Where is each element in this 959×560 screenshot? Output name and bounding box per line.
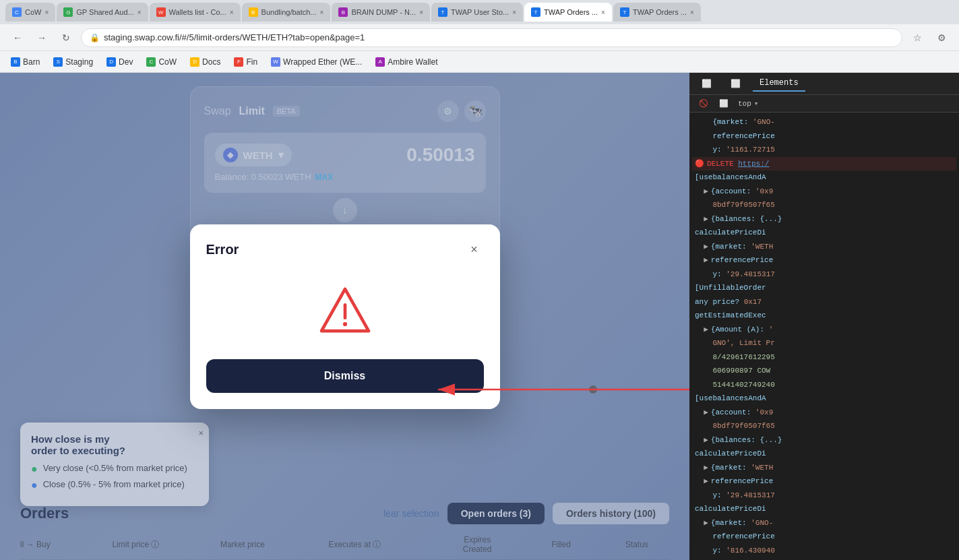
address-bar[interactable]: 🔒 staging.swap.cow.fi/#/5/limit-orders/W… — [81, 28, 902, 47]
tab-close-2[interactable]: × — [137, 9, 142, 16]
bookmark-label-dev: Dev — [119, 57, 133, 67]
modal-overlay: Error × Dismiss — [0, 73, 689, 560]
tab-label-7: TWAP Orders ... — [544, 8, 598, 16]
log-line-33: [useGetReceipt] — [692, 557, 956, 560]
modal-body — [206, 273, 484, 354]
modal-close-button[interactable]: × — [465, 241, 484, 259]
log-line-29: calculatePriceDi — [692, 502, 956, 516]
log-line-1: {market: 'GNO- — [692, 115, 956, 129]
tab-favicon-1: C — [12, 7, 22, 17]
devtools-filter-btn[interactable]: ⬜ — [715, 98, 733, 109]
devtools-tab-label[interactable]: Elements — [753, 75, 805, 92]
log-line-25: calculatePriceDi — [692, 447, 956, 461]
dismiss-button[interactable]: Dismiss — [206, 359, 484, 393]
bookmark-cow[interactable]: C CoW — [141, 56, 182, 68]
tab-2[interactable]: G GP Shared Aud... × — [57, 3, 148, 22]
tab-favicon-3: W — [156, 7, 166, 17]
bookmark-label-docs: Docs — [202, 57, 220, 67]
tab-favicon-5: B — [338, 7, 348, 17]
tab-7[interactable]: T TWAP Orders ... × — [524, 3, 612, 22]
bookmark-button[interactable]: ☆ — [908, 28, 927, 47]
tab-label-4: Bundling/batch... — [261, 8, 317, 16]
warning-triangle-icon — [318, 286, 372, 334]
bookmark-ambire[interactable]: A Ambire Wallet — [370, 56, 443, 68]
bookmark-barn[interactable]: B Barn — [5, 56, 45, 68]
bookmark-fin[interactable]: F Fin — [228, 56, 263, 68]
extensions-button[interactable]: ⚙ — [932, 28, 951, 47]
log-line-31: referencePrice — [692, 530, 956, 544]
main-content: Swap Limit BETA ⚙ 🐄 ◈ WETH ▾ 0.50 — [0, 73, 959, 560]
devtools-header: ⬜ ⬜ Elements — [689, 73, 959, 95]
log-line-2: referencePrice — [692, 129, 956, 144]
bookmark-weth[interactable]: W Wrapped Ether (WE... — [266, 56, 367, 68]
log-line-8: ▶{balances: {...} — [692, 212, 956, 226]
bookmark-favicon-barn: B — [11, 57, 20, 67]
log-line-19: 606990897 COW — [692, 364, 956, 378]
tab-6[interactable]: T TWAP User Sto... × — [431, 3, 523, 22]
devtools-clear-btn[interactable]: 🚫 — [695, 98, 712, 109]
tab-bar: C CoW × G GP Shared Aud... × W Wallets l… — [0, 0, 959, 24]
log-line-6: ▶{account: '0x9 — [692, 185, 956, 199]
tab-favicon-7: T — [531, 7, 540, 17]
log-line-32: y: '816.430940 — [692, 544, 956, 558]
bookmark-staging[interactable]: S Staging — [48, 56, 98, 68]
bookmarks-bar: B Barn S Staging D Dev C CoW D Docs F Fi… — [0, 51, 959, 73]
tab-close-7[interactable]: × — [601, 9, 605, 16]
bookmark-favicon-weth: W — [271, 57, 280, 67]
tab-3[interactable]: W Wallets list - Co... × — [150, 3, 241, 22]
tab-favicon-4: B — [249, 7, 258, 17]
reload-button[interactable]: ↻ — [57, 28, 75, 47]
bookmark-favicon-staging: S — [53, 57, 63, 67]
tab-close-6[interactable]: × — [512, 9, 516, 16]
log-line-21: [usebalancesAndA — [692, 392, 956, 406]
back-button[interactable]: ← — [8, 28, 27, 47]
tab-8[interactable]: T TWAP Orders ... × — [613, 3, 701, 22]
log-line-11: ▶referencePrice — [692, 253, 956, 268]
devtools-tab-elements[interactable]: ⬜ — [695, 76, 718, 92]
tab-favicon-2: G — [63, 7, 73, 17]
devtools-toolbar: 🚫 ⬜ top ▾ — [689, 95, 959, 113]
error-modal: Error × Dismiss — [190, 224, 500, 409]
svg-point-2 — [342, 321, 346, 325]
tab-1[interactable]: C CoW × — [5, 3, 55, 22]
tab-label-3: Wallets list - Co... — [169, 8, 226, 16]
log-line-9: calculatePriceDi — [692, 226, 956, 240]
log-line-15: getEstimatedExec — [692, 309, 956, 323]
tab-close-4[interactable]: × — [320, 9, 324, 16]
tab-label-8: TWAP Orders ... — [633, 8, 687, 16]
bookmark-label-barn: Barn — [23, 57, 40, 67]
log-line-3: y: '1161.72715 — [692, 143, 956, 157]
log-line-14: any price? 0x17 — [692, 295, 956, 309]
forward-button[interactable]: → — [32, 28, 51, 47]
bookmark-dev[interactable]: D Dev — [101, 56, 138, 68]
log-line-27: ▶referencePrice — [692, 474, 956, 489]
bookmark-favicon-fin: F — [234, 57, 243, 67]
address-text: staging.swap.cow.fi/#/5/limit-orders/WET… — [104, 32, 365, 42]
log-line-17: GNO', Limit Pr — [692, 336, 956, 350]
tab-close-3[interactable]: × — [230, 9, 234, 16]
tab-label-2: GP Shared Aud... — [76, 8, 133, 16]
log-line-16: ▶{Amount (A): ' — [692, 323, 956, 337]
devtools-tab-dock[interactable]: ⬜ — [724, 76, 747, 92]
devtools-content[interactable]: {market: 'GNO- referencePrice y: '1161.7… — [689, 113, 959, 560]
devtools-top-arrow: ▾ — [754, 99, 759, 108]
tab-4[interactable]: B Bundling/batch... × — [242, 3, 331, 22]
devtools-top-label: top — [738, 100, 751, 108]
bookmark-label-fin: Fin — [246, 57, 257, 67]
tab-label-5: BRAIN DUMP - N... — [351, 8, 416, 16]
log-line-26: ▶{market: 'WETH — [692, 461, 956, 475]
tab-close-8[interactable]: × — [690, 9, 694, 16]
bookmark-docs[interactable]: D Docs — [185, 56, 226, 68]
tab-favicon-6: T — [438, 7, 447, 17]
modal-title: Error — [206, 242, 239, 257]
modal-header: Error × — [206, 241, 484, 259]
tab-favicon-8: T — [620, 7, 629, 17]
devtools-panel: ⬜ ⬜ Elements 🚫 ⬜ top ▾ {market: 'GNO- re… — [689, 73, 959, 560]
tab-close-1[interactable]: × — [44, 9, 49, 16]
log-line-7: 8bdf79f0507f65 — [692, 198, 956, 212]
lock-icon: 🔒 — [90, 33, 100, 42]
tab-close-5[interactable]: × — [419, 9, 423, 16]
log-line-20: 51441402749240 — [692, 378, 956, 392]
bookmark-label-weth: Wrapped Ether (WE... — [283, 57, 362, 67]
tab-5[interactable]: B BRAIN DUMP - N... × — [332, 3, 430, 22]
